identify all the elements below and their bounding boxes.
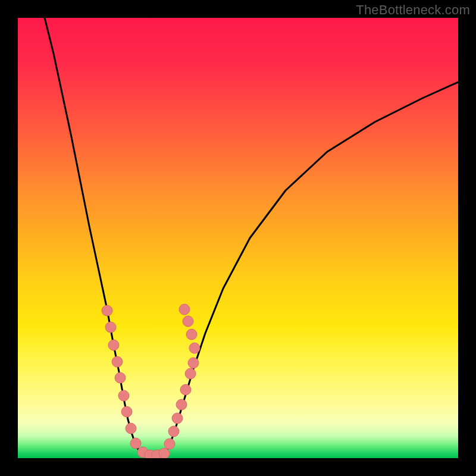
- data-point: [186, 329, 197, 340]
- data-point: [176, 399, 187, 410]
- data-point: [168, 426, 179, 437]
- chart-plot-area: [18, 18, 458, 458]
- chart-frame: TheBottleneck.com: [0, 0, 476, 476]
- data-point: [112, 356, 123, 367]
- watermark-label: TheBottleneck.com: [356, 2, 470, 18]
- curve-path: [45, 18, 458, 456]
- data-point: [183, 316, 193, 327]
- data-point: [189, 343, 200, 353]
- data-point: [115, 372, 126, 383]
- data-point: [108, 340, 119, 350]
- data-point: [126, 423, 136, 434]
- data-point: [121, 406, 132, 417]
- data-point: [118, 390, 129, 401]
- data-point: [102, 305, 112, 316]
- data-point: [188, 358, 199, 368]
- data-point: [179, 304, 190, 315]
- bottleneck-curve: [18, 18, 458, 458]
- data-point: [130, 438, 141, 449]
- data-point: [105, 322, 116, 333]
- data-point: [172, 413, 183, 424]
- data-point: [185, 368, 196, 379]
- data-point: [159, 448, 170, 458]
- data-point: [180, 384, 191, 395]
- data-point: [164, 439, 175, 449]
